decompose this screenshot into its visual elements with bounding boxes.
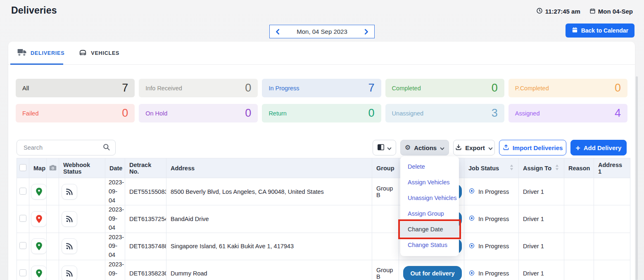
search-input[interactable] bbox=[23, 144, 102, 151]
date-navigator: Mon, 04 Sep 2023 bbox=[269, 25, 375, 38]
status-card-value: 0 bbox=[122, 107, 128, 120]
tab-label: VEHICLES bbox=[91, 50, 119, 56]
select-all-checkbox[interactable] bbox=[19, 164, 26, 171]
actions-button[interactable]: ⚙ Actions bbox=[400, 140, 449, 155]
status-card-value: 4 bbox=[615, 107, 621, 120]
chevron-down-icon bbox=[488, 144, 493, 151]
status-card-label: Unassigned bbox=[392, 110, 424, 117]
assigned-driver: Driver 1 bbox=[523, 243, 544, 249]
back-to-calendar-button[interactable]: Back to Calendar bbox=[566, 24, 634, 38]
map-pin-button[interactable] bbox=[31, 238, 47, 254]
actions-menu-item[interactable]: Delete bbox=[400, 159, 459, 174]
status-summary-cards: All 7 Info Received 0 In Progress 7 Comp… bbox=[16, 79, 627, 122]
tab-vehicles[interactable]: VEHICLES bbox=[78, 49, 119, 57]
status-card[interactable]: Return 0 bbox=[262, 104, 381, 122]
detrack-number: DET5515508317 bbox=[129, 188, 166, 195]
delivery-address: Singapore Island, 61 Kaki Bukit Ave 1, 4… bbox=[171, 243, 294, 249]
clock-icon bbox=[536, 7, 543, 15]
current-time: 11:27:45 am bbox=[545, 8, 580, 15]
webhook-status-button[interactable] bbox=[62, 266, 77, 280]
row-checkbox[interactable] bbox=[19, 215, 26, 222]
job-status: In Progress bbox=[478, 216, 509, 222]
column-header-detrack-no: Detrack No. bbox=[129, 162, 151, 175]
column-header-date: Date bbox=[109, 165, 122, 172]
map-pin-button[interactable] bbox=[31, 184, 47, 200]
actions-menu-item[interactable]: Unassign Vehicles bbox=[400, 190, 459, 206]
in-progress-icon bbox=[468, 270, 475, 278]
delivery-status-button[interactable]: Out for delivery bbox=[403, 266, 462, 280]
delivery-address: BandAid Drive bbox=[171, 216, 209, 222]
sort-icon[interactable] bbox=[555, 165, 559, 172]
car-icon bbox=[78, 49, 87, 57]
status-card[interactable]: Completed 0 bbox=[385, 79, 504, 97]
main-panel: DELIVERIES VEHICLES All 7 Info Received … bbox=[8, 42, 635, 280]
download-icon bbox=[455, 144, 462, 152]
active-tab-underline bbox=[10, 64, 63, 65]
page-title: Deliveries bbox=[11, 5, 57, 16]
status-card-label: Return bbox=[269, 110, 287, 117]
table-row: 2023-09-04 DET6135748808 Singapore Islan… bbox=[17, 233, 630, 260]
vertical-scrollbar[interactable] bbox=[636, 76, 638, 280]
prev-day-button[interactable] bbox=[274, 28, 282, 36]
webhook-status-button[interactable] bbox=[62, 211, 77, 227]
status-card-label: Completed bbox=[392, 85, 421, 92]
tab-deliveries[interactable]: DELIVERIES bbox=[17, 49, 64, 57]
clock-date-bar: 11:27:45 am Mon 04-Sep bbox=[536, 7, 633, 15]
status-card[interactable]: In Progress 7 bbox=[262, 79, 381, 97]
table-toolbar: ⚙ Actions Export Import Deliveri bbox=[17, 140, 627, 155]
actions-menu-item[interactable]: Change Status bbox=[400, 237, 459, 253]
status-card[interactable]: Assigned 4 bbox=[509, 104, 627, 122]
current-date: Mon 04-Sep bbox=[598, 8, 633, 15]
columns-icon bbox=[377, 144, 385, 152]
job-status: In Progress bbox=[478, 188, 509, 195]
plus-icon: + bbox=[576, 144, 580, 152]
assigned-driver: Driver 1 bbox=[523, 188, 544, 195]
table-row: 2023-09-04 DET5515508317 8500 Beverly Bl… bbox=[17, 178, 630, 205]
camera-icon bbox=[49, 165, 57, 172]
row-checkbox[interactable] bbox=[19, 242, 26, 249]
date-navigator-label: Mon, 04 Sep 2023 bbox=[297, 28, 347, 35]
webhook-status-button[interactable] bbox=[62, 238, 77, 254]
actions-menu-item[interactable]: Assign Vehicles bbox=[400, 174, 459, 190]
table-row: 2023-09-04 DET6135725441 BandAid Drive O… bbox=[17, 205, 630, 233]
row-checkbox[interactable] bbox=[19, 188, 26, 195]
truck-icon bbox=[17, 49, 27, 57]
column-header-address-1: Address 1 bbox=[598, 162, 622, 175]
deliveries-table: Map Webhook Status Date Detrack No. Addr… bbox=[17, 158, 630, 280]
status-card-value: 7 bbox=[122, 82, 128, 94]
delivery-group: Group B bbox=[376, 185, 393, 198]
add-delivery-button[interactable]: + Add Delivery bbox=[570, 140, 627, 155]
export-button[interactable]: Export bbox=[453, 140, 495, 155]
map-pin-button[interactable] bbox=[31, 266, 47, 280]
status-card-value: 0 bbox=[615, 82, 621, 94]
row-checkbox[interactable] bbox=[19, 269, 26, 276]
status-card[interactable]: All 7 bbox=[16, 79, 135, 97]
webhook-status-button[interactable] bbox=[62, 184, 77, 200]
status-card[interactable]: Unassigned 3 bbox=[385, 104, 504, 122]
delivery-address: Dummy Road bbox=[171, 270, 207, 277]
status-card-label: Failed bbox=[22, 110, 39, 117]
status-card[interactable]: Info Received 0 bbox=[139, 79, 258, 97]
status-card[interactable]: On Hold 0 bbox=[139, 104, 258, 122]
column-toggle-button[interactable] bbox=[373, 140, 396, 155]
actions-menu-item[interactable]: Change Date bbox=[400, 221, 459, 237]
calendar-icon bbox=[572, 27, 578, 34]
chevron-down-icon bbox=[440, 144, 444, 151]
gear-icon: ⚙ bbox=[405, 144, 411, 151]
next-day-button[interactable] bbox=[362, 28, 370, 36]
actions-dropdown: Delete Assign Vehicles Unassign Vehicles… bbox=[400, 156, 459, 256]
search-icon[interactable] bbox=[102, 143, 110, 153]
tab-bar: DELIVERIES VEHICLES bbox=[8, 42, 635, 65]
detrack-number: DET6135725441 bbox=[129, 216, 166, 222]
status-card-value: 0 bbox=[245, 82, 251, 94]
import-deliveries-button[interactable]: Import Deliveries bbox=[499, 140, 566, 155]
map-pin-button[interactable] bbox=[31, 211, 47, 227]
column-header-assign-to: Assign To bbox=[523, 165, 551, 172]
delivery-date: 2023-09-04 bbox=[109, 261, 124, 280]
status-card[interactable]: P.Completed 0 bbox=[509, 79, 627, 97]
actions-menu-item[interactable]: Assign Group bbox=[400, 206, 459, 221]
sort-icon[interactable] bbox=[510, 165, 513, 172]
status-card-label: Info Received bbox=[145, 85, 182, 92]
detrack-number: DET6135823019 bbox=[129, 270, 166, 277]
status-card[interactable]: Failed 0 bbox=[16, 104, 135, 122]
